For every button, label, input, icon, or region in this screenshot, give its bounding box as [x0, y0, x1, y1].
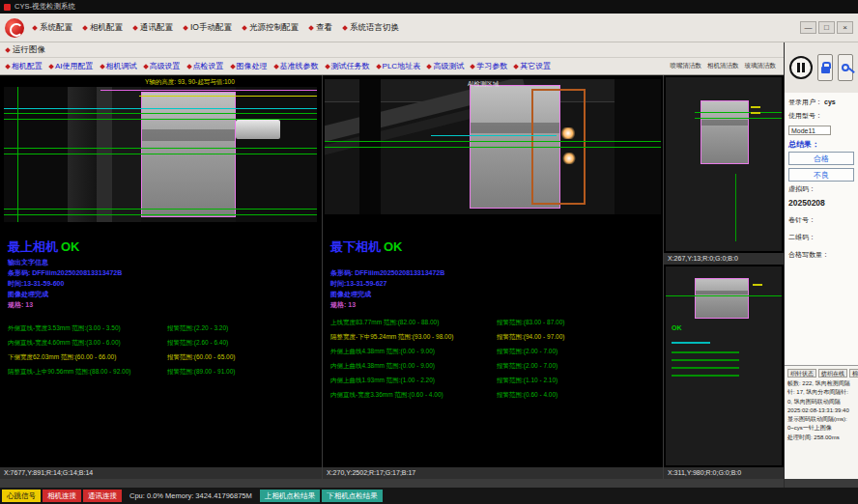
lock-button[interactable] [817, 54, 833, 81]
tool-camera-debug[interactable]: 相机调试 [100, 61, 137, 71]
minimize-button[interactable]: — [800, 21, 816, 34]
overlay-line-green [325, 141, 661, 142]
tool-ai-config[interactable]: AI使用配置 [49, 61, 94, 71]
menu-item-camera-config[interactable]: 相机配置 [83, 22, 123, 34]
session-info-panel: 登录用户：cys 使用型号： Mode11 总结果： 合格 不良 虚拟码： 20… [785, 93, 858, 365]
side-camera-thumbnail-bottom[interactable]: OK [666, 266, 782, 465]
bullet-icon [342, 25, 348, 31]
tab-run-image[interactable]: 运行图像 [13, 44, 45, 56]
thumbnail-column: X:267,Y:13;R:0;G:0;B:0 OK X:311,Y:980;R:… [664, 75, 784, 479]
ai-region-label: AI检测区域 [468, 80, 499, 89]
menu-item-io-config[interactable]: IO手动配置 [184, 22, 232, 34]
machine-structure [4, 87, 68, 222]
tool-advanced-test[interactable]: 高级测试 [427, 61, 464, 71]
measurement-row: 内侧直线-宽度3.36mm 范围:(0.60 - 4.00)报警范围:(0.60… [330, 391, 661, 400]
tab-needle-status[interactable]: 织针状态 [787, 369, 816, 378]
bottom-spacer [0, 479, 784, 488]
pixel-coord-readout: X:270,Y:2502;R:17;G:17;B:17 [323, 467, 663, 479]
maximize-button[interactable]: □ [818, 21, 835, 34]
overlay-line-green [4, 209, 317, 210]
tab-weave-online[interactable]: 纺织在线 [818, 369, 847, 378]
overlay-line-green [4, 113, 317, 114]
close-button[interactable]: × [837, 21, 853, 34]
measurement-text: 内侧直线-宽度3.36mm 范围:(0.60 - 4.00) [330, 391, 443, 398]
barcode-text: 条形码: DFFiiim2025020813313472B [8, 268, 122, 278]
measurement-text: 外侧上曲线4.38mm 范围:(0.00 - 9.00) [330, 348, 435, 354]
camera-connection-indicator: 相机连接 [43, 490, 81, 502]
bullet-icon [183, 25, 188, 31]
login-user-value: cys [824, 98, 836, 105]
measurement-row: 隔整直线-上中90.56mm 范围:(88.00 - 92.00)报警范围:(8… [8, 368, 320, 377]
tool-camera-config[interactable]: 相机配置 [6, 61, 43, 71]
measurement-text: 内侧上曲线4.38mm 范围:(0.00 - 9.00) [330, 362, 435, 369]
bullet-icon [100, 64, 105, 70]
menubar: 系统配置 相机配置 通讯配置 IO手动配置 光源控制配置 查看 系统语言切换 —… [0, 14, 858, 42]
micro-text-line [672, 351, 739, 353]
tab-spin-online[interactable]: 棉纺在线 [849, 369, 858, 378]
measurement-row: 内侧上曲线4.38mm 范围:(0.00 - 9.00)报警范围:(2.00 -… [330, 362, 661, 371]
bullet-icon [230, 64, 236, 70]
menu-item-system-config[interactable]: 系统配置 [33, 22, 72, 34]
measurement-text: 内侧直线-宽度4.60mm 范围:(3.00 - 6.00) [8, 339, 121, 346]
menu-item-light-config[interactable]: 光源控制配置 [243, 22, 299, 34]
app-window: CYS-视觉检测系统 系统配置 相机配置 通讯配置 IO手动配置 光源控制配置 … [0, 0, 858, 504]
measurement-text: 内侧上曲线1.93mm 范围:(1.00 - 2.20) [330, 377, 435, 383]
camera-name: 最下相机 [330, 239, 381, 254]
top-camera-image[interactable] [4, 87, 317, 222]
pause-button[interactable] [789, 56, 813, 79]
inspected-part [695, 278, 749, 319]
model-value-box[interactable]: Mode11 [788, 126, 831, 135]
menu-item-comm-config[interactable]: 通讯配置 [133, 22, 173, 34]
overlay-line-green [695, 118, 782, 119]
pixel-coord-readout: X:311,Y:980;R:0;G:0;B:0 [664, 467, 784, 479]
tool-plc-table[interactable]: PLC地址表 [377, 61, 421, 71]
time-text: 时间:13-31-59-600 [8, 279, 64, 289]
inspected-part [141, 92, 236, 217]
tool-baseline-params[interactable]: 基准线参数 [274, 61, 319, 71]
alarm-range-text: 报警范围:(83.00 - 87.00) [497, 319, 564, 327]
glass-clean-count: 玻璃清洁数 [745, 62, 777, 70]
bullet-icon [470, 64, 475, 70]
comm-connection-indicator: 通讯连接 [83, 490, 122, 502]
key-button[interactable] [838, 54, 853, 81]
pixel-coord-readout: X:7677,Y:891;R:14;G:14;B:14 [0, 467, 322, 479]
alarm-range-text: 报警范围:(89.00 - 91.00) [167, 368, 235, 377]
barcode-text: 条形码: DFFiiim2025020813313472B [330, 268, 444, 278]
titlebar: CYS-视觉检测系统 [0, 0, 858, 14]
bottom-camera-view[interactable]: AI检测区域 最下相机OK 条形码: DFFiiim20250208133134… [323, 75, 663, 479]
top-camera-view[interactable]: Y轴的高度: 93, 90-起写与值:100 [0, 75, 322, 479]
bullet-icon [132, 25, 138, 31]
model-value-row: Mode11 [788, 125, 854, 135]
tool-learn-params[interactable]: 学习参数 [471, 61, 507, 71]
model-label: 使用型号： [788, 112, 822, 119]
batch-label: 虚拟码： [788, 184, 854, 194]
bottom-camera-image[interactable]: AI检测区域 [325, 79, 661, 214]
tool-label: 高级测试 [433, 61, 464, 71]
camera-result-title: 最下相机OK [330, 238, 403, 256]
menu-item-language[interactable]: 系统语言切换 [343, 22, 399, 34]
tool-advanced-settings[interactable]: 高级设置 [144, 61, 181, 71]
login-user-label: 登录用户： [788, 98, 822, 105]
right-panel: 登录用户：cys 使用型号： Mode11 总结果： 合格 不良 虚拟码： 20… [784, 42, 858, 488]
side-camera-thumbnail-top[interactable] [666, 77, 782, 251]
tool-image-process[interactable]: 图像处理 [231, 61, 268, 71]
menu-item-label: 通讯配置 [140, 22, 173, 34]
bullet-icon [426, 64, 432, 70]
micro-text-line [672, 342, 710, 344]
tool-label: 高级设置 [150, 61, 181, 71]
batch-value: 20250208 [788, 198, 854, 208]
status-line: 帧数: 222, 纵向检测间隔 [787, 379, 855, 388]
menu-item-label: 光源控制配置 [249, 22, 299, 34]
tool-test-tasks[interactable]: 测试任务数 [326, 61, 370, 71]
alarm-range-text: 报警范围:(60.00 - 65.00) [167, 353, 235, 362]
login-user-row: 登录用户：cys [788, 98, 854, 107]
bullet-icon [376, 64, 382, 70]
model-row: 使用型号： [788, 111, 854, 121]
tool-other-settings[interactable]: 其它设置 [514, 61, 551, 71]
menu-item-view[interactable]: 查看 [309, 22, 332, 34]
overlay-line-green [4, 148, 317, 149]
alarm-range-text: 报警范围:(94.00 - 97.00) [497, 333, 564, 342]
bullet-icon [308, 25, 314, 31]
tool-spot-check[interactable]: 点检设置 [187, 61, 224, 71]
bottom-camera-check-result: 下相机点检结果 [322, 490, 383, 502]
